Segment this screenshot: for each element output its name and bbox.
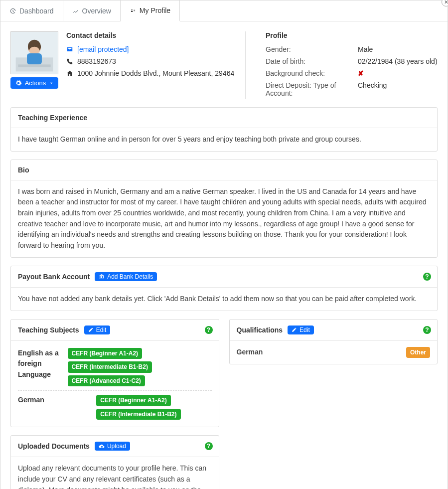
envelope-icon: [66, 46, 73, 53]
level-badge: CEFR (Beginner A1-A2): [96, 395, 171, 406]
gauge-icon: [9, 7, 16, 14]
add-bank-details-button[interactable]: Add Bank Details: [95, 272, 157, 281]
profile-details: Profile Gender: Male Date of birth: 02/2…: [254, 31, 438, 99]
upload-label: Upload: [107, 443, 126, 450]
gender-label: Gender:: [266, 45, 358, 53]
id-card-icon: [130, 7, 137, 14]
qualifications-card: Qualifications Edit ? German Other: [229, 319, 438, 365]
phone-icon: [66, 58, 73, 65]
dob-value: 02/22/1984 (38 years old): [358, 57, 438, 65]
upload-button[interactable]: Upload: [95, 442, 130, 451]
profile-heading: Profile: [266, 31, 438, 39]
direct-deposit-value: Checking: [358, 81, 387, 97]
level-badge: CEFR (Advanced C1-C2): [68, 375, 145, 387]
teaching-subjects-card: Teaching Subjects Edit ? English as a fo…: [10, 319, 219, 428]
svg-rect-3: [27, 53, 42, 64]
tab-label: Dashboard: [19, 7, 54, 15]
actions-label: Actions: [25, 79, 46, 87]
tab-dashboard[interactable]: Dashboard: [0, 0, 63, 21]
dob-label: Date of birth:: [266, 57, 358, 65]
teaching-subjects-heading: Teaching Subjects: [18, 326, 79, 334]
pencil-icon: [88, 327, 94, 332]
subject-name: English as a foreign Language: [18, 348, 63, 387]
profile-window: ✕ Dashboard Overview My Profile: [0, 0, 448, 489]
tab-label: Overview: [82, 7, 111, 15]
help-icon[interactable]: ?: [423, 273, 431, 281]
payout-card: Payout Bank Account Add Bank Details ? Y…: [10, 266, 438, 311]
contact-details: Contact details [email protected] 888319…: [66, 31, 246, 99]
edit-subjects-button[interactable]: Edit: [84, 326, 111, 334]
uploaded-documents-body: Upload any relevant documents to your pr…: [11, 457, 219, 489]
tab-my-profile[interactable]: My Profile: [121, 0, 180, 21]
level-badge: CEFR (Beginner A1-A2): [68, 348, 143, 359]
help-icon[interactable]: ?: [205, 326, 213, 334]
subject-row: English as a foreign Language CEFR (Begi…: [18, 344, 212, 391]
help-icon[interactable]: ?: [205, 442, 213, 450]
caret-down-icon: [49, 81, 54, 86]
level-badge: CEFR (Intermediate B1-B2): [68, 361, 152, 373]
contact-heading: Contact details: [66, 31, 238, 39]
teaching-experience-body: I have taught German online and in perso…: [11, 128, 437, 151]
qualifications-heading: Qualifications: [237, 326, 283, 334]
address-value: 1000 Johnnie Dodds Blvd., Mount Pleasant…: [77, 69, 234, 77]
teaching-experience-heading: Teaching Experience: [11, 108, 437, 128]
tab-bar: Dashboard Overview My Profile: [0, 0, 448, 21]
cloud-upload-icon: [99, 443, 105, 449]
actions-button[interactable]: Actions: [10, 77, 58, 89]
phone-value: 8883192673: [77, 57, 116, 65]
background-check-value: ✘: [358, 69, 364, 77]
email-link[interactable]: [email protected]: [77, 45, 129, 53]
edit-qualifications-label: Edit: [299, 326, 310, 333]
avatar: [10, 31, 58, 74]
payout-body: You have not added any bank details yet.…: [11, 288, 437, 311]
add-bank-details-label: Add Bank Details: [107, 273, 153, 280]
pencil-icon: [292, 327, 297, 332]
tab-label: My Profile: [140, 6, 170, 14]
edit-qualifications-button[interactable]: Edit: [288, 326, 314, 334]
tab-overview[interactable]: Overview: [63, 0, 121, 21]
qualification-tag: Other: [406, 347, 430, 358]
direct-deposit-label: Direct Deposit: Type of Account:: [266, 81, 358, 97]
content-area: Actions Contact details [email protected…: [0, 21, 448, 489]
gender-value: Male: [358, 45, 373, 53]
uploaded-documents-card: Uploaded Documents Upload ? Upload any r…: [10, 435, 219, 489]
bio-card: Bio I was born and raised in Munich, Ger…: [10, 160, 438, 258]
qualification-row: German Other: [237, 344, 431, 361]
level-badge: CEFR (Intermediate B1-B2): [96, 409, 180, 420]
payout-heading: Payout Bank Account: [18, 273, 90, 281]
bank-icon: [99, 274, 105, 280]
home-icon: [66, 70, 73, 77]
svg-rect-4: [18, 64, 50, 67]
bio-heading: Bio: [11, 160, 437, 180]
qualification-name: German: [237, 347, 263, 358]
subject-name: German: [18, 395, 71, 420]
teaching-experience-card: Teaching Experience I have taught German…: [10, 107, 438, 152]
subject-row: German CEFR (Beginner A1-A2) CEFR (Inter…: [18, 390, 212, 424]
chart-line-icon: [72, 7, 79, 14]
profile-header-row: Actions Contact details [email protected…: [10, 31, 438, 99]
help-icon[interactable]: ?: [423, 326, 431, 334]
background-check-label: Background check:: [266, 69, 358, 77]
bio-body: I was born and raised in Munich, Germany…: [11, 180, 437, 257]
uploaded-documents-heading: Uploaded Documents: [18, 442, 90, 450]
edit-subjects-label: Edit: [96, 326, 107, 333]
gear-icon: [15, 80, 22, 87]
avatar-column: Actions: [10, 31, 58, 99]
